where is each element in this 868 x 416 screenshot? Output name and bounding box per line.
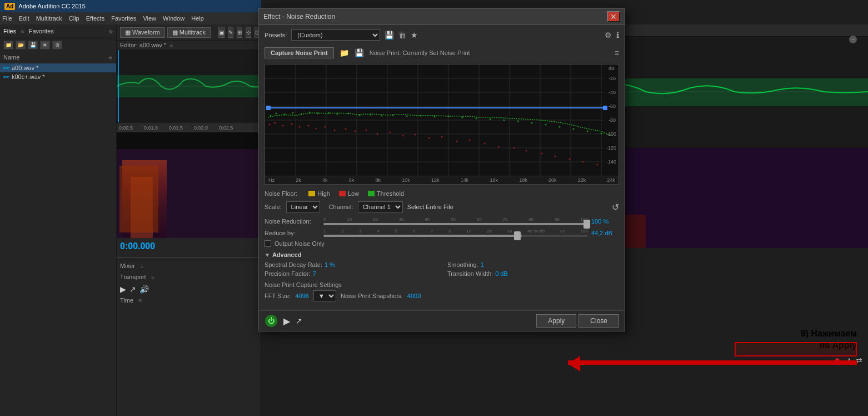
file-item-a00[interactable]: ≈≈ a00.wav * xyxy=(0,63,116,72)
close-dialog-btn[interactable]: Close xyxy=(578,314,619,328)
info-icon[interactable]: ℹ xyxy=(616,31,619,39)
noise-reduction-thumb[interactable] xyxy=(583,220,590,229)
svg-point-46 xyxy=(317,113,319,115)
svg-point-71 xyxy=(282,125,284,127)
file-name-k00c: k00c+.wav * xyxy=(12,73,45,80)
svg-point-63 xyxy=(531,122,533,124)
save-preset-icon[interactable]: 💾 xyxy=(385,31,394,39)
play-btn[interactable]: ▶ xyxy=(120,285,126,294)
svg-point-75 xyxy=(316,128,317,130)
expand-panel-btn[interactable]: » xyxy=(108,27,113,36)
mixer-label: Mixer xyxy=(120,263,135,269)
svg-point-88 xyxy=(469,140,471,141)
menu-effects[interactable]: Effects xyxy=(86,15,104,22)
spectral-decay-value[interactable]: 1 % xyxy=(325,261,335,268)
multitrack-icon: ▦ xyxy=(172,29,178,36)
graph-container: -20 -40 -60 -80 -100 -120 -140 dB Hz 2k … xyxy=(265,64,619,185)
play-preview-btn[interactable]: ▶ xyxy=(283,316,290,326)
svg-rect-7 xyxy=(119,166,158,232)
smoothing-value[interactable]: 1 xyxy=(481,261,484,268)
save-icon[interactable]: 💾 xyxy=(28,41,38,49)
svg-text:-140: -140 xyxy=(606,159,616,165)
close-icon[interactable]: ✖ xyxy=(40,41,50,49)
precision-value[interactable]: 7 xyxy=(313,270,316,277)
reduce-by-thumb[interactable] xyxy=(514,231,521,240)
menu-file[interactable]: File xyxy=(2,15,12,22)
export-btn[interactable]: ↗ xyxy=(129,285,136,294)
time-tool[interactable]: ⊹ xyxy=(246,27,251,38)
new-file-icon[interactable]: 📁 xyxy=(3,41,13,49)
menu-help[interactable]: Help xyxy=(191,15,204,22)
graph-menu-icon[interactable]: ≡ xyxy=(615,48,619,57)
zoom-tool[interactable]: ⊞ xyxy=(237,27,242,38)
reduce-by-track[interactable] xyxy=(323,235,588,237)
save-print-icon[interactable]: 💾 xyxy=(355,48,364,57)
svg-point-52 xyxy=(381,115,383,117)
svg-point-97 xyxy=(597,164,598,166)
settings-icon[interactable]: ⚙ xyxy=(605,31,612,39)
load-print-icon[interactable]: 📁 xyxy=(340,48,349,57)
output-noise-checkbox[interactable] xyxy=(265,240,271,247)
volume-btn[interactable]: 🔊 xyxy=(139,285,149,294)
arrow-icon: → xyxy=(851,37,856,42)
mixer-menu[interactable]: ≡ xyxy=(140,263,143,269)
collapse-arrow[interactable]: ◄ xyxy=(107,54,113,61)
menu-favorites[interactable]: Favorites xyxy=(111,15,136,22)
menu-view[interactable]: View xyxy=(143,15,156,22)
channel-select[interactable]: Channel 1 xyxy=(358,201,403,212)
precision-label: Precision Factor: xyxy=(265,270,311,277)
transition-label: Transition Width: xyxy=(447,270,493,277)
delete-preset-icon[interactable]: 🗑 xyxy=(398,31,406,39)
transport-menu[interactable]: ≡ xyxy=(151,274,154,280)
favorite-preset-icon[interactable]: ★ xyxy=(411,31,418,39)
svg-point-78 xyxy=(345,128,347,130)
snapshots-value[interactable]: 4000 xyxy=(407,293,421,299)
low-label: Low xyxy=(348,190,359,197)
file-name-a00: a00.wav * xyxy=(12,65,38,71)
hz-label-18k: 18k xyxy=(519,177,527,183)
svg-point-80 xyxy=(366,130,367,131)
editor-menu-icon[interactable]: ≡ xyxy=(169,42,173,48)
open-file-icon[interactable]: 📂 xyxy=(16,41,26,49)
scale-select[interactable]: Linear xyxy=(286,201,320,212)
bottom-left-controls: ⏻ ▶ ↗ xyxy=(265,314,302,328)
waveform-icon-2: ≈≈ xyxy=(3,74,9,80)
menu-edit[interactable]: Edit xyxy=(19,15,29,22)
fft-size-select[interactable]: ▼ xyxy=(313,290,336,301)
files-tab[interactable]: Files xyxy=(3,28,16,34)
menu-clip[interactable]: Clip xyxy=(69,15,79,22)
noise-reduction-track[interactable] xyxy=(323,223,588,225)
annotation-container: 9) Нажимаем на Apply xyxy=(568,328,857,372)
noise-reduction-dialog: Effect - Noise Reduction ✕ Presets: (Cus… xyxy=(258,8,625,331)
multitrack-btn[interactable]: ▦ Multitrack xyxy=(167,27,211,38)
draw-tool[interactable]: ✎ xyxy=(228,27,233,38)
capture-noise-print-btn[interactable]: Capture Noise Print xyxy=(265,47,334,58)
file-item-k00c[interactable]: ≈≈ k00c+.wav * xyxy=(0,72,116,81)
menu-multitrack[interactable]: Multitrack xyxy=(36,15,62,22)
right-arrow-btn[interactable]: → xyxy=(849,36,857,43)
menu-window[interactable]: Window xyxy=(163,15,184,22)
waveform-btn[interactable]: ▦ Waveform xyxy=(120,27,165,38)
advanced-header[interactable]: ▼ Advanced xyxy=(265,251,619,258)
nr-ticks: 0102030405060708090100 xyxy=(323,217,588,222)
power-button[interactable]: ⏻ xyxy=(265,314,278,328)
export-preview-btn[interactable]: ↗ xyxy=(296,316,302,325)
smoothing-item: Smoothing: 1 xyxy=(447,261,619,268)
svg-text:-40: -40 xyxy=(608,90,616,95)
apply-button[interactable]: Apply xyxy=(536,314,576,328)
presets-select[interactable]: (Custom) xyxy=(291,29,380,41)
hz-label-2k: 2k xyxy=(296,177,301,183)
select-tool[interactable]: ▣ xyxy=(218,27,225,38)
time-menu[interactable]: ≡ xyxy=(138,297,142,304)
transition-value[interactable]: 0 dB xyxy=(495,270,508,277)
favorites-tab[interactable]: Favorites xyxy=(29,28,54,34)
waveform-display xyxy=(117,50,261,122)
file-toolbar: 📁 📂 💾 ✖ 🗑 xyxy=(0,38,116,52)
svg-text:-80: -80 xyxy=(608,117,616,123)
svg-point-82 xyxy=(390,132,391,133)
delete-icon[interactable]: 🗑 xyxy=(52,41,62,49)
reset-btn[interactable]: ↺ xyxy=(612,202,619,212)
dialog-close-btn[interactable]: ✕ xyxy=(607,11,620,22)
spectral-display xyxy=(117,132,261,238)
select-entire-file-btn[interactable]: Select Entire File xyxy=(407,204,453,210)
